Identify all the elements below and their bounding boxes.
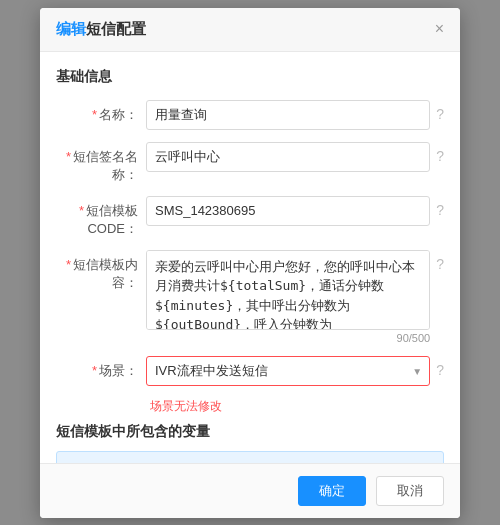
- scene-help-icon: ?: [436, 362, 444, 378]
- required-marker: *: [92, 363, 97, 378]
- scene-select-wrapper: IVR流程中发送短信 ▼: [146, 356, 430, 386]
- variables-section: 短信模板中所包含的变量 ℹ 您输入短信模板内容后，系统会自动抽取内容中的变量，以…: [56, 423, 444, 463]
- template-code-help-icon: ?: [436, 202, 444, 218]
- signature-help-icon: ?: [436, 148, 444, 164]
- required-marker: *: [79, 203, 84, 218]
- form-item-template-content: *短信模板内容： 90/500 ?: [56, 250, 444, 344]
- template-code-label: *短信模板CODE：: [56, 196, 146, 238]
- required-marker: *: [66, 257, 71, 272]
- textarea-container: 90/500: [146, 250, 430, 344]
- close-button[interactable]: ×: [435, 21, 444, 37]
- modal-body: 基础信息 *名称： ? *短信签名名称： ?: [40, 52, 460, 463]
- signature-content: ?: [146, 142, 444, 172]
- name-input[interactable]: [146, 100, 430, 130]
- name-label: *名称：: [56, 100, 146, 124]
- char-count: 90/500: [146, 332, 430, 344]
- title-main-part: 短信配置: [86, 20, 146, 37]
- template-code-content: ?: [146, 196, 444, 226]
- modal-backdrop: 编辑短信配置 × 基础信息 *名称： ? *短信签名名称：: [0, 0, 500, 525]
- form-item-template-code: *短信模板CODE： ?: [56, 196, 444, 238]
- scene-error-row: 场景无法修改: [146, 392, 444, 415]
- form-item-scene: *场景： IVR流程中发送短信 ▼ ?: [56, 356, 444, 386]
- form-item-name: *名称： ?: [56, 100, 444, 130]
- scene-content: IVR流程中发送短信 ▼ ?: [146, 356, 444, 386]
- signature-label: *短信签名名称：: [56, 142, 146, 184]
- template-content-help-icon: ?: [436, 256, 444, 272]
- cancel-button[interactable]: 取消: [376, 476, 444, 506]
- template-content-textarea[interactable]: [146, 250, 430, 330]
- template-content-wrapper: 90/500 ?: [146, 250, 444, 344]
- template-code-input[interactable]: [146, 196, 430, 226]
- name-help-icon: ?: [436, 106, 444, 122]
- modal-title: 编辑短信配置: [56, 20, 146, 39]
- modal-footer: 确定 取消: [40, 463, 460, 518]
- required-marker: *: [66, 149, 71, 164]
- scene-label: *场景：: [56, 356, 146, 380]
- basic-info-title: 基础信息: [56, 68, 444, 86]
- scene-select[interactable]: IVR流程中发送短信: [146, 356, 430, 386]
- modal-header: 编辑短信配置 ×: [40, 8, 460, 52]
- modal-dialog: 编辑短信配置 × 基础信息 *名称： ? *短信签名名称：: [40, 8, 460, 518]
- title-edit-part: 编辑: [56, 20, 86, 37]
- template-content-label: *短信模板内容：: [56, 250, 146, 292]
- info-box: ℹ 您输入短信模板内容后，系统会自动抽取内容中的变量，以标签图标的形式展示在下方…: [56, 451, 444, 463]
- signature-input[interactable]: [146, 142, 430, 172]
- required-marker: *: [92, 107, 97, 122]
- confirm-button[interactable]: 确定: [298, 476, 366, 506]
- scene-error-message: 场景无法修改: [150, 398, 222, 415]
- name-content: ?: [146, 100, 444, 130]
- form-item-signature: *短信签名名称： ?: [56, 142, 444, 184]
- variables-title: 短信模板中所包含的变量: [56, 423, 444, 441]
